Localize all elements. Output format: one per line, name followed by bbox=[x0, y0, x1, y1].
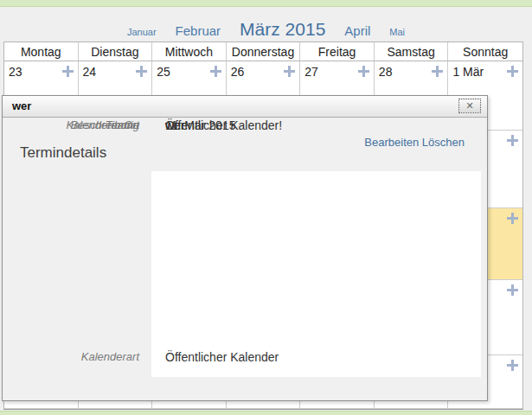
month-link-april[interactable]: April bbox=[344, 23, 370, 38]
delete-link[interactable]: Löschen bbox=[422, 136, 465, 149]
event-details-dialog: wer ✕ Bearbeiten Löschen Termindetails K… bbox=[2, 95, 488, 401]
weekday-header-sonntag: Sonntag bbox=[448, 42, 522, 61]
add-event-plus-icon[interactable] bbox=[62, 66, 74, 77]
dialog-actions: Bearbeiten Löschen bbox=[364, 136, 465, 149]
top-accent-bar bbox=[0, 0, 532, 7]
dialog-titlebar[interactable]: wer ✕ bbox=[3, 96, 487, 118]
weekday-header-montag: Montag bbox=[4, 42, 79, 61]
field-value: wer bbox=[165, 118, 185, 132]
field-label: Beschreibung bbox=[3, 118, 139, 131]
add-event-plus-icon[interactable] bbox=[358, 66, 369, 77]
day-number: 24 bbox=[83, 65, 97, 79]
weekday-header-donnerstag: Donnerstag bbox=[227, 42, 301, 61]
add-event-plus-icon[interactable] bbox=[507, 360, 518, 371]
weekday-header-freitag: Freitag bbox=[300, 42, 375, 61]
add-event-plus-icon[interactable] bbox=[284, 66, 295, 77]
weekday-header-mittwoch: Mittwoch bbox=[152, 42, 227, 61]
weekday-header-dienstag: Dienstag bbox=[79, 42, 153, 61]
weekday-header-samstag: Samstag bbox=[375, 42, 449, 61]
add-event-plus-icon[interactable] bbox=[507, 213, 518, 224]
month-link-mai[interactable]: Mai bbox=[389, 27, 405, 37]
field-row-beschreibung: Beschreibungwer bbox=[3, 118, 487, 135]
field-value: Öffentlicher Kalender bbox=[165, 350, 279, 364]
month-link-februar[interactable]: Februar bbox=[176, 23, 221, 38]
add-event-plus-icon[interactable] bbox=[507, 135, 518, 146]
add-event-plus-icon[interactable] bbox=[210, 66, 221, 77]
edit-link[interactable]: Bearbeiten bbox=[364, 136, 419, 149]
add-event-plus-icon[interactable] bbox=[432, 66, 443, 77]
add-event-plus-icon[interactable] bbox=[507, 284, 518, 296]
day-number: 26 bbox=[231, 65, 245, 79]
dialog-title: wer bbox=[12, 99, 31, 112]
field-label: Kalenderart bbox=[3, 349, 139, 363]
close-icon[interactable]: ✕ bbox=[458, 99, 481, 113]
add-event-plus-icon[interactable] bbox=[507, 66, 518, 77]
add-event-plus-icon[interactable] bbox=[136, 66, 147, 77]
month-link-maerz-current[interactable]: März 2015 bbox=[240, 19, 325, 40]
month-navigation: Januar Februar März 2015 April Mai bbox=[0, 19, 532, 42]
calendar-app-screen: Januar Februar März 2015 April Mai Monta… bbox=[0, 0, 532, 415]
dialog-heading: Termindetails bbox=[20, 144, 106, 162]
field-row-kalenderart: KalenderartÖffentlicher Kalender bbox=[3, 349, 487, 367]
bottom-accent-bar bbox=[0, 411, 532, 415]
detail-panel bbox=[151, 171, 481, 377]
day-number: 27 bbox=[304, 65, 318, 79]
day-number: 1 Mär bbox=[452, 65, 484, 79]
month-link-januar[interactable]: Januar bbox=[127, 27, 157, 37]
day-number: 28 bbox=[379, 65, 393, 79]
day-number: 23 bbox=[9, 65, 22, 79]
day-number: 25 bbox=[157, 65, 170, 79]
